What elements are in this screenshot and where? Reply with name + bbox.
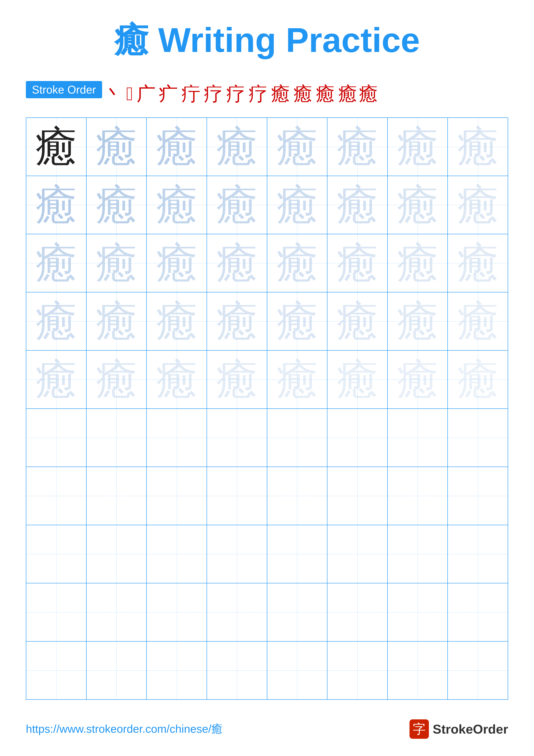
stroke-4: 疒 <box>159 81 178 107</box>
grid-cell-empty[interactable] <box>146 583 207 641</box>
grid-cell[interactable]: 癒 <box>87 292 147 350</box>
grid-cell-r1c1[interactable]: 癒 <box>26 118 87 176</box>
grid-cell-empty[interactable] <box>327 467 388 525</box>
grid-cell-empty[interactable] <box>267 583 327 641</box>
grid-cell-empty[interactable] <box>267 409 327 467</box>
grid-cell[interactable]: 癒 <box>207 234 267 292</box>
grid-cell[interactable]: 癒 <box>87 176 147 234</box>
grid-cell[interactable]: 癒 <box>447 176 508 234</box>
footer-logo: 字 StrokeOrder <box>410 719 508 739</box>
table-row <box>26 525 508 583</box>
grid-cell-empty[interactable] <box>146 409 207 467</box>
grid-cell-empty[interactable] <box>388 583 448 641</box>
grid-cell-empty[interactable] <box>207 641 267 700</box>
grid-cell[interactable]: 癒 <box>146 234 207 292</box>
page: 癒 Writing Practice Stroke Order 丶 𠃌 广 疒 … <box>0 0 534 756</box>
grid-cell-empty[interactable] <box>388 467 448 525</box>
logo-char: 字 <box>413 720 426 738</box>
grid-cell-empty[interactable] <box>146 641 207 700</box>
grid-cell[interactable]: 癒 <box>146 176 207 234</box>
stroke-5: 疔 <box>181 81 200 107</box>
grid-cell-empty[interactable] <box>388 525 448 583</box>
grid-cell-r1c8[interactable]: 癒 <box>447 118 508 176</box>
grid-cell-empty[interactable] <box>327 583 388 641</box>
grid-cell-empty[interactable] <box>87 641 147 700</box>
grid-cell[interactable]: 癒 <box>388 176 448 234</box>
stroke-1: 丶 <box>104 81 123 107</box>
grid-cell[interactable]: 癒 <box>388 350 448 409</box>
grid-cell[interactable]: 癒 <box>26 176 87 234</box>
grid-cell-empty[interactable] <box>267 467 327 525</box>
stroke-12: 癒 <box>338 81 357 107</box>
grid-cell[interactable]: 癒 <box>388 234 448 292</box>
stroke-6: 疗 <box>204 81 223 107</box>
grid-cell[interactable]: 癒 <box>327 292 388 350</box>
grid-cell[interactable]: 癒 <box>26 234 87 292</box>
table-row: 癒 癒 癒 癒 癒 癒 癒 癒 <box>26 234 508 292</box>
stroke-2: 𠃌 <box>126 83 133 105</box>
grid-cell[interactable]: 癒 <box>447 350 508 409</box>
grid-cell-empty[interactable] <box>87 467 147 525</box>
grid-cell[interactable]: 癒 <box>388 292 448 350</box>
grid-cell-empty[interactable] <box>447 525 508 583</box>
grid-cell-r1c4[interactable]: 癒 <box>207 118 267 176</box>
grid-cell[interactable]: 癒 <box>26 292 87 350</box>
grid-cell-r1c6[interactable]: 癒 <box>327 118 388 176</box>
grid-cell-empty[interactable] <box>146 525 207 583</box>
grid-cell-empty[interactable] <box>146 467 207 525</box>
grid-cell[interactable]: 癒 <box>447 292 508 350</box>
table-row: 癒 癒 癒 癒 癒 癒 癒 癒 <box>26 176 508 234</box>
grid-cell-r1c3[interactable]: 癒 <box>146 118 207 176</box>
grid-cell-empty[interactable] <box>26 641 87 700</box>
grid-cell[interactable]: 癒 <box>267 292 327 350</box>
grid-cell-empty[interactable] <box>87 583 147 641</box>
grid-cell-empty[interactable] <box>26 467 87 525</box>
stroke-10: 癒 <box>293 81 312 107</box>
grid-cell-empty[interactable] <box>26 583 87 641</box>
grid-cell-empty[interactable] <box>26 525 87 583</box>
grid-cell-empty[interactable] <box>26 409 87 467</box>
grid-cell-empty[interactable] <box>447 641 508 700</box>
grid-cell-empty[interactable] <box>207 525 267 583</box>
grid-cell[interactable]: 癒 <box>327 176 388 234</box>
grid-cell-empty[interactable] <box>447 467 508 525</box>
stroke-order-label: Stroke Order <box>26 81 102 98</box>
grid-cell[interactable]: 癒 <box>207 350 267 409</box>
grid-cell[interactable]: 癒 <box>87 234 147 292</box>
table-row <box>26 641 508 700</box>
grid-cell[interactable]: 癒 <box>146 350 207 409</box>
grid-cell[interactable]: 癒 <box>87 350 147 409</box>
grid-cell[interactable]: 癒 <box>447 234 508 292</box>
grid-cell-empty[interactable] <box>267 641 327 700</box>
grid-cell-empty[interactable] <box>327 641 388 700</box>
grid-cell[interactable]: 癒 <box>267 350 327 409</box>
grid-cell[interactable]: 癒 <box>26 350 87 409</box>
stroke-9: 癒 <box>271 81 290 107</box>
grid-cell-empty[interactable] <box>388 409 448 467</box>
grid-cell-empty[interactable] <box>327 525 388 583</box>
grid-cell[interactable]: 癒 <box>267 234 327 292</box>
stroke-8: 疗 <box>249 81 267 107</box>
grid-cell[interactable]: 癒 <box>327 234 388 292</box>
grid-cell[interactable]: 癒 <box>207 292 267 350</box>
grid-cell[interactable]: 癒 <box>267 176 327 234</box>
grid-cell[interactable]: 癒 <box>207 176 267 234</box>
grid-cell-r1c7[interactable]: 癒 <box>388 118 448 176</box>
grid-cell-empty[interactable] <box>267 525 327 583</box>
grid-cell-r1c2[interactable]: 癒 <box>87 118 147 176</box>
grid-cell[interactable]: 癒 <box>327 350 388 409</box>
grid-cell-empty[interactable] <box>87 409 147 467</box>
grid-cell-empty[interactable] <box>327 409 388 467</box>
grid-cell-empty[interactable] <box>87 525 147 583</box>
grid-cell-empty[interactable] <box>388 641 448 700</box>
grid-cell-empty[interactable] <box>207 409 267 467</box>
grid-cell-empty[interactable] <box>207 583 267 641</box>
grid-cell-empty[interactable] <box>447 583 508 641</box>
footer-url[interactable]: https://www.strokeorder.com/chinese/癒 <box>26 721 222 737</box>
practice-grid: 癒 癒 癒 癒 癒 癒 癒 <box>26 118 508 700</box>
grid-cell-empty[interactable] <box>447 409 508 467</box>
grid-cell-empty[interactable] <box>207 467 267 525</box>
grid-cell[interactable]: 癒 <box>146 292 207 350</box>
stroke-final: 癒 <box>359 81 378 107</box>
grid-cell-r1c5[interactable]: 癒 <box>267 118 327 176</box>
